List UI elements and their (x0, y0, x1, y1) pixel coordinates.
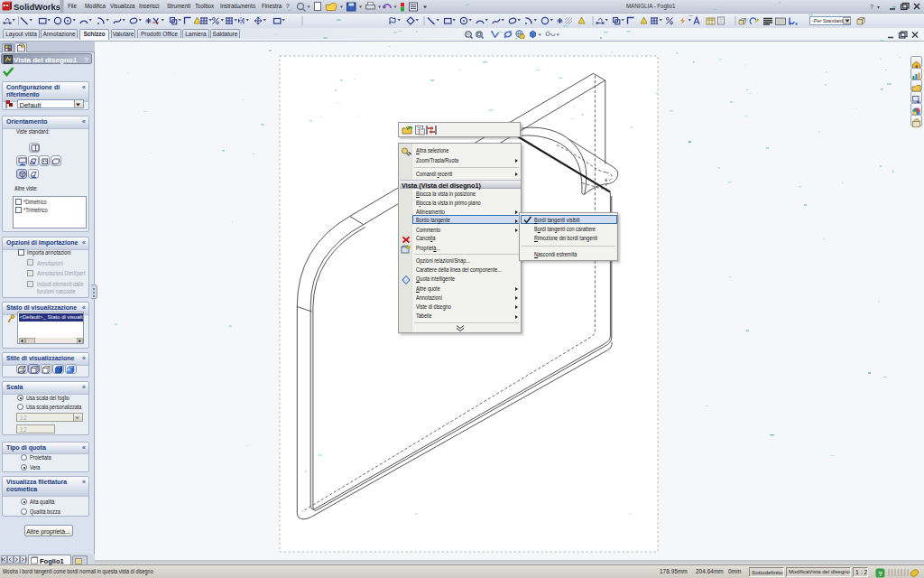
svg-text:SolidWorks: SolidWorks (14, 2, 60, 12)
svg-text:?: ? (878, 569, 882, 577)
